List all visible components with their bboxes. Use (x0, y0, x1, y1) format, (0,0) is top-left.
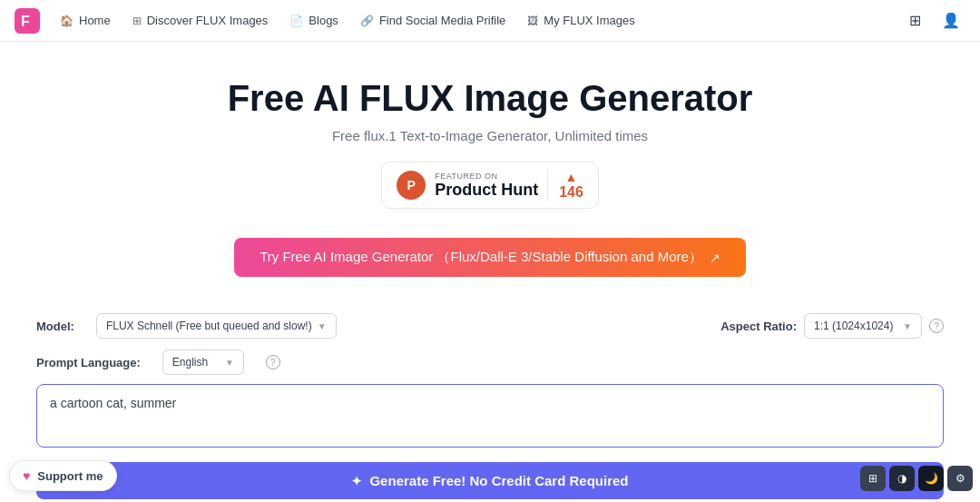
bottom-toolbar: ⊞ ◑ 🌙 ⚙ (860, 466, 973, 491)
form-row-model: Model: FLUX Schnell (Free but queued and… (36, 313, 944, 339)
product-hunt-arrow: ▲ (565, 170, 578, 184)
prompt-language-value: English (172, 356, 208, 369)
nav-home-label: Home (79, 14, 111, 27)
aspect-ratio-select[interactable]: 1:1 (1024x1024) ▼ (804, 313, 922, 339)
add-icon: ⊞ (909, 12, 921, 29)
prompt-language-select[interactable]: English ▼ (162, 349, 244, 375)
support-label: Support me (37, 469, 103, 483)
svg-text:F: F (21, 14, 30, 29)
prompt-language-label: Prompt Language: (36, 356, 141, 369)
generate-label: Generate Free! No Credit Card Required (369, 473, 628, 488)
aspect-ratio-label: Aspect Ratio: (720, 320, 797, 333)
model-dropdown-arrow: ▼ (318, 321, 327, 331)
prompt-input[interactable] (36, 384, 944, 448)
settings-button[interactable]: ⚙ (947, 466, 973, 491)
discover-icon: ⊞ (132, 15, 142, 27)
nav-blogs[interactable]: 📄 Blogs (280, 8, 348, 33)
nav-blogs-label: Blogs (309, 14, 338, 27)
generate-button[interactable]: ✦ Generate Free! No Credit Card Required (36, 462, 944, 499)
nav-find-social[interactable]: 🔗 Find Social Media Prifile (351, 8, 514, 33)
aspect-ratio-value: 1:1 (1024x1024) (814, 320, 893, 332)
hero-subtitle: Free flux.1 Text-to-Image Generator, Unl… (15, 128, 965, 143)
app-logo[interactable]: F (15, 8, 40, 34)
cta-label: Try Free AI Image Generator （Flux/Dall-E… (260, 249, 702, 266)
aspect-ratio-info-button[interactable]: ? (929, 319, 944, 333)
nav-discover[interactable]: ⊞ Discover FLUX Images (123, 8, 278, 33)
nav-discover-label: Discover FLUX Images (147, 14, 269, 27)
product-hunt-name: Product Hunt (435, 181, 538, 200)
diamond-icon: ✦ (351, 474, 362, 488)
product-hunt-count: 146 (559, 184, 583, 201)
prompt-language-info-button[interactable]: ? (266, 355, 280, 369)
support-me-button[interactable]: ♥ Support me (9, 460, 117, 491)
prompt-wrapper (36, 384, 944, 451)
form-section: Model: FLUX Schnell (Free but queued and… (0, 306, 980, 502)
nav-items: 🏠 Home ⊞ Discover FLUX Images 📄 Blogs 🔗 … (51, 8, 900, 33)
nav-home[interactable]: 🏠 Home (51, 8, 120, 33)
model-select[interactable]: FLUX Schnell (Free but queued and slow!)… (96, 313, 337, 339)
product-hunt-logo: P (397, 171, 426, 200)
nav-find-social-label: Find Social Media Prifile (379, 14, 505, 27)
product-hunt-featured-label: FEATURED ON (435, 172, 538, 181)
cta-button[interactable]: Try Free AI Image Generator （Flux/Dall-E… (234, 238, 746, 277)
language-dropdown-arrow: ▼ (225, 358, 234, 368)
heart-icon: ♥ (23, 468, 30, 483)
nav-my-flux[interactable]: 🖼 My FLUX Images (518, 8, 643, 33)
add-button[interactable]: ⊞ (900, 6, 929, 35)
product-hunt-count-block: ▲ 146 (547, 170, 583, 201)
model-label: Model: (36, 320, 74, 333)
link-icon: 🔗 (360, 15, 374, 27)
grid-view-button[interactable]: ⊞ (860, 466, 886, 491)
home-icon: 🏠 (60, 15, 74, 27)
contrast-button[interactable]: ◑ (889, 466, 915, 491)
hero-section: Free AI FLUX Image Generator Free flux.1… (0, 42, 980, 306)
image-icon: 🖼 (527, 15, 538, 27)
page-title: Free AI FLUX Image Generator (15, 78, 965, 119)
navbar: F 🏠 Home ⊞ Discover FLUX Images 📄 Blogs … (0, 0, 980, 42)
user-icon: 👤 (942, 12, 960, 29)
user-profile-button[interactable]: 👤 (936, 6, 965, 35)
product-hunt-text: FEATURED ON Product Hunt (435, 172, 538, 200)
product-hunt-badge[interactable]: P FEATURED ON Product Hunt ▲ 146 (381, 162, 599, 209)
dark-mode-button[interactable]: 🌙 (918, 466, 944, 491)
nav-my-flux-label: My FLUX Images (544, 14, 634, 27)
model-value: FLUX Schnell (Free but queued and slow!) (106, 320, 312, 332)
external-link-icon: ↗ (710, 251, 720, 265)
aspect-dropdown-arrow: ▼ (903, 321, 912, 331)
navbar-right: ⊞ 👤 (900, 6, 965, 35)
blogs-icon: 📄 (289, 15, 303, 27)
form-row-language: Prompt Language: English ▼ ? (36, 349, 944, 375)
